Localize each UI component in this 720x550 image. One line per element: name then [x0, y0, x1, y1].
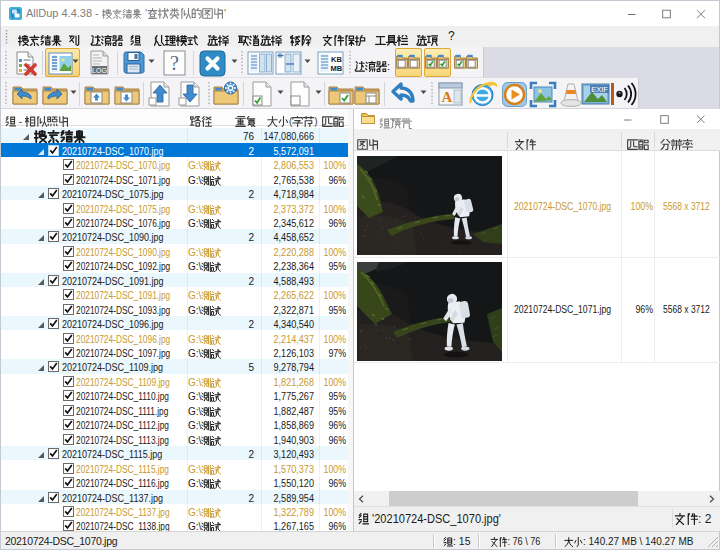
- svg-text:KB: KB: [331, 55, 342, 64]
- svg-text:A: A: [442, 89, 453, 105]
- svg-text:EXIF: EXIF: [591, 85, 608, 94]
- svg-text:LOG: LOG: [92, 67, 107, 74]
- svg-text:?: ?: [170, 52, 179, 74]
- svg-text:MB: MB: [331, 64, 343, 73]
